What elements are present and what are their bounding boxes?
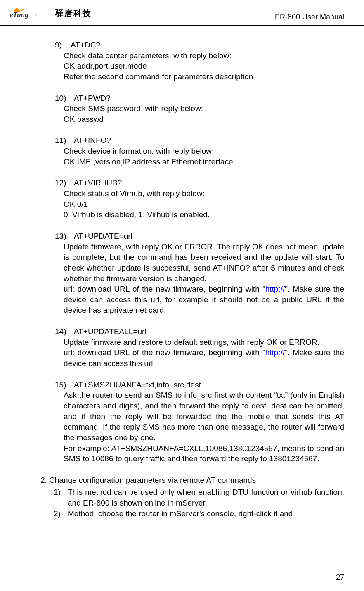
item-body: Check SMS password, with reply below: OK… [64,103,344,124]
list-item: 9) AT+DC? Check data center parameters, … [20,40,344,82]
list-item: 15) AT+SMSZHUANFA=txt,info_src,dest Ask … [20,380,344,464]
section-number: 2. [40,476,47,484]
text-segment: url: download URL of the new firmware, b… [64,348,265,357]
item-body: Update firmware, with reply OK or ERROR.… [64,242,344,316]
page-content: 9) AT+DC? Check data center parameters, … [0,27,364,519]
item-body: Method: choose the router in mServer's c… [68,508,344,519]
page-header: eTung ® 驿唐科技 ER-800 User Manual [0,0,364,26]
item-title: AT+UPDATEALL=url [74,326,147,337]
item-body: Check data center parameters, with reply… [64,50,344,82]
item-body: Check device information. with reply bel… [64,146,344,167]
item-number: 13) [55,231,72,242]
list-item: 11) AT+INFO? Check device information. w… [20,135,344,167]
page-number: 27 [336,573,344,582]
http-link[interactable]: http:// [265,285,285,293]
etung-logo-icon: eTung ® [10,5,51,21]
item-title: AT+UPDATE=url [74,231,132,242]
item-number: 9) [55,40,69,50]
http-link[interactable]: http:// [265,348,285,357]
item-number: 11) [55,135,72,146]
item-body: Check status of Virhub, with reply below… [64,188,344,220]
svg-text:eTung: eTung [10,11,28,19]
item-body: Ask the router to send an SMS to info_sr… [64,390,344,464]
item-title: AT+DC? [71,40,100,50]
list-item: 2) Method: choose the router in mServer'… [54,508,344,519]
document-title: ER-800 User Manual [275,13,344,21]
item-body: Update firmware and restore to default s… [64,337,344,369]
section-heading: Change configuration parameters via remo… [49,476,256,484]
logo-cjk-text: 驿唐科技 [55,8,92,19]
list-item: 1) This method can be used only when ena… [54,487,344,508]
list-item: 10) AT+PWD? Check SMS password, with rep… [20,93,344,125]
text-segment: url: download URL of the new firmware, b… [64,285,265,293]
item-number: 15) [55,380,72,390]
svg-text:®: ® [35,14,37,17]
item-title: AT+VIRHUB? [74,178,122,188]
logo-area: eTung ® 驿唐科技 [10,5,92,21]
item-number: 1) [54,487,68,508]
item-number: 2) [54,508,68,519]
list-item: 12) AT+VIRHUB? Check status of Virhub, w… [20,178,344,220]
item-number: 10) [55,93,72,104]
item-title: AT+SMSZHUANFA=txt,info_src,dest [74,380,201,390]
section-2: 2. Change configuration parameters via r… [20,475,344,519]
item-title: AT+INFO? [74,135,111,146]
item-number: 12) [55,178,72,188]
item-number: 14) [55,326,72,337]
list-item: 14) AT+UPDATEALL=url Update firmware and… [20,326,344,369]
item-title: AT+PWD? [74,93,111,104]
list-item: 13) AT+UPDATE=url Update firmware, with … [20,231,344,316]
item-body: This method can be used only when enabli… [68,487,344,508]
